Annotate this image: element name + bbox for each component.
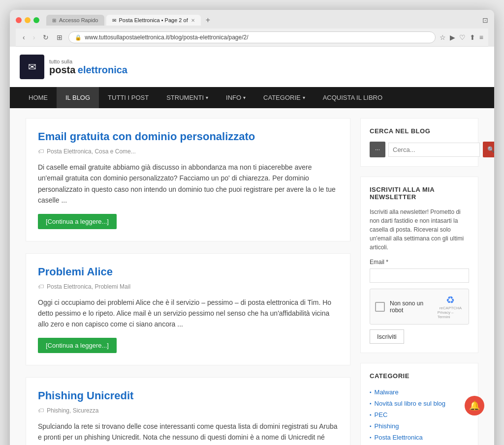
nav-il-blog[interactable]: IL BLOG — [57, 87, 99, 108]
categories-section: CATEGORIE Malware Novità sul libro e sul… — [360, 363, 478, 445]
search-box: ··· 🔍 — [370, 142, 469, 157]
recaptcha-icon: ♻ — [446, 294, 455, 306]
logo-icon: ✉ — [20, 55, 44, 79]
window-icon: ⊡ — [482, 16, 488, 24]
post-title-2[interactable]: Problemi Alice — [38, 266, 338, 278]
nav-categorie[interactable]: CATEGORIE ▾ — [254, 87, 314, 108]
site-nav: HOME IL BLOG TUTTI I POST STRUMENTI ▾ IN… — [10, 87, 494, 108]
post-categories-2: Posta Elettronica, Problemi Mail — [47, 283, 130, 290]
categories-list: Malware Novità sul libro e sul blog PEC … — [370, 386, 469, 443]
logo-elettronica: elettronica — [78, 64, 127, 75]
tab-label: Accesso Rapido — [59, 17, 98, 23]
browser-window: ⊞ Accesso Rapido ✉ Posta Elettronica • P… — [10, 10, 494, 445]
category-item-phishing[interactable]: Phishing — [370, 420, 469, 432]
info-dropdown-icon: ▾ — [243, 95, 246, 100]
heart-icon[interactable]: ♡ — [459, 33, 466, 41]
tab-close-icon[interactable]: ✕ — [191, 18, 195, 23]
tag-icon-2: 🏷 — [38, 283, 44, 290]
post-excerpt-3: Spulciando la rete si trovano delle cose… — [38, 421, 338, 445]
category-item-novita[interactable]: Novità sul libro e sul blog — [370, 398, 469, 409]
home-button[interactable]: ⊞ — [55, 32, 64, 42]
nav-info[interactable]: INFO ▾ — [217, 87, 254, 108]
read-more-btn-1[interactable]: [Continua a leggere...] — [38, 214, 117, 229]
nav-acquista-libro[interactable]: ACQUISTA IL LIBRO — [314, 87, 391, 108]
search-title: CERCA NEL BLOG — [370, 127, 469, 135]
main-layout: Email gratuita con dominio personalizzat… — [16, 108, 488, 445]
post-excerpt-1: Di caselle email gratuite abbiamo già di… — [38, 162, 338, 206]
notification-button[interactable]: 🔔 — [465, 396, 484, 415]
lock-icon: 🔒 — [75, 34, 82, 41]
refresh-button[interactable]: ↻ — [41, 32, 51, 42]
recaptcha-box: Non sono un robot ♻ reCAPTCHA Privacy – … — [370, 289, 469, 325]
address-bar[interactable]: 🔒 www.tuttosullapostaelettronica.it/blog… — [68, 31, 435, 43]
post-meta-2: 🏷 Posta Elettronica, Problemi Mail — [38, 283, 338, 290]
forward-button[interactable]: › — [31, 32, 37, 42]
browser-toolbar: ‹ › ↻ ⊞ 🔒 www.tuttosullapostaelettronica… — [16, 29, 488, 47]
content-area: Email gratuita con dominio personalizzat… — [26, 118, 350, 445]
tab-posta-elettronica[interactable]: ✉ Posta Elettronica • Page 2 of ✕ — [106, 15, 201, 26]
recaptcha-logo: ♻ reCAPTCHA Privacy – Termini — [438, 294, 464, 319]
logo-tutto: tutto sulla — [49, 59, 127, 64]
newsletter-title: ISCRIVITI ALLA MIA NEWSLETTER — [370, 186, 469, 201]
post-categories-3: Phishing, Sicurezza — [47, 407, 98, 414]
recaptcha-label: Non sono un robot — [390, 300, 433, 314]
new-tab-button[interactable]: + — [203, 15, 213, 26]
post-card-2: Problemi Alice 🏷 Posta Elettronica, Prob… — [26, 253, 350, 365]
site-logo: ✉ tutto sulla posta elettronica — [20, 55, 127, 79]
tab-bar: ⊞ Accesso Rapido ✉ Posta Elettronica • P… — [46, 15, 478, 26]
recaptcha-privacy: Privacy – Termini — [438, 310, 464, 319]
post-title-1[interactable]: Email gratuita con dominio personalizzat… — [38, 130, 338, 143]
search-section: CERCA NEL BLOG ··· 🔍 — [360, 118, 478, 167]
logo-posta: posta — [49, 64, 75, 75]
read-more-btn-2[interactable]: [Continua a leggere...] — [38, 338, 117, 353]
email-label: Email * — [370, 259, 469, 266]
site-header: ✉ tutto sulla posta elettronica — [10, 47, 494, 87]
website-content: ✉ tutto sulla posta elettronica HOME IL … — [10, 47, 494, 445]
nav-home[interactable]: HOME — [20, 87, 57, 108]
recaptcha-checkbox[interactable] — [375, 302, 385, 312]
post-title-3[interactable]: Phishing Unicredit — [38, 389, 338, 402]
post-card-3: Phishing Unicredit 🏷 Phishing, Sicurezza… — [26, 377, 350, 445]
bookmark-icon[interactable]: ☆ — [440, 33, 446, 41]
categorie-dropdown-icon: ▾ — [303, 95, 305, 100]
minimize-button[interactable] — [25, 17, 31, 23]
search-icon-box: ··· — [370, 142, 385, 157]
tab-label: Posta Elettronica • Page 2 of — [119, 17, 188, 23]
post-categories-1: Posta Elettronica, Cosa e Come... — [47, 148, 136, 155]
traffic-lights — [16, 17, 39, 23]
logo-text: tutto sulla posta elettronica — [49, 59, 127, 76]
post-excerpt-2: Oggi ci occupiamo dei problemi Alice che… — [38, 297, 338, 330]
nav-tutti-i-post[interactable]: TUTTI I POST — [99, 87, 158, 108]
url-text: www.tuttosullapostaelettronica.it/blog/p… — [85, 34, 429, 41]
tab-grid-icon: ⊞ — [52, 18, 56, 23]
email-input[interactable] — [370, 268, 469, 283]
tag-icon-3: 🏷 — [38, 407, 44, 414]
category-item-pec[interactable]: PEC — [370, 409, 469, 420]
strumenti-dropdown-icon: ▾ — [206, 95, 208, 100]
play-icon[interactable]: ▶ — [450, 33, 455, 41]
browser-titlebar: ⊞ Accesso Rapido ✉ Posta Elettronica • P… — [10, 10, 494, 47]
tab-mail-icon: ✉ — [112, 18, 116, 23]
newsletter-section: ISCRIVITI ALLA MIA NEWSLETTER Iscriviti … — [360, 177, 478, 353]
maximize-button[interactable] — [33, 17, 39, 23]
window-controls: ⊡ — [482, 16, 488, 24]
tab-accesso-rapido[interactable]: ⊞ Accesso Rapido — [46, 15, 104, 26]
post-card-1: Email gratuita con dominio personalizzat… — [26, 118, 350, 241]
browser-toolbar-icons: ☆ ▶ ♡ ⬆ ≡ — [440, 33, 483, 41]
share-icon[interactable]: ⬆ — [470, 33, 475, 41]
sidebar: CERCA NEL BLOG ··· 🔍 ISCRIVITI ALLA MIA … — [360, 118, 478, 445]
back-button[interactable]: ‹ — [21, 32, 27, 42]
categories-title: CATEGORIE — [370, 372, 469, 380]
post-meta-3: 🏷 Phishing, Sicurezza — [38, 407, 338, 414]
close-button[interactable] — [16, 17, 22, 23]
category-item-malware[interactable]: Malware — [370, 386, 469, 398]
menu-icon[interactable]: ≡ — [479, 33, 483, 41]
tag-icon-1: 🏷 — [38, 148, 44, 155]
newsletter-desc: Iscriviti alla newsletter! Prometto di n… — [370, 208, 469, 252]
search-input[interactable] — [388, 143, 480, 157]
category-item-posta[interactable]: Posta Elettronica — [370, 432, 469, 443]
subscribe-button[interactable]: Iscriviti — [370, 329, 404, 344]
nav-strumenti[interactable]: STRUMENTI ▾ — [158, 87, 217, 108]
recaptcha-brand: reCAPTCHA — [440, 306, 462, 310]
search-submit-button[interactable]: 🔍 — [483, 142, 494, 157]
